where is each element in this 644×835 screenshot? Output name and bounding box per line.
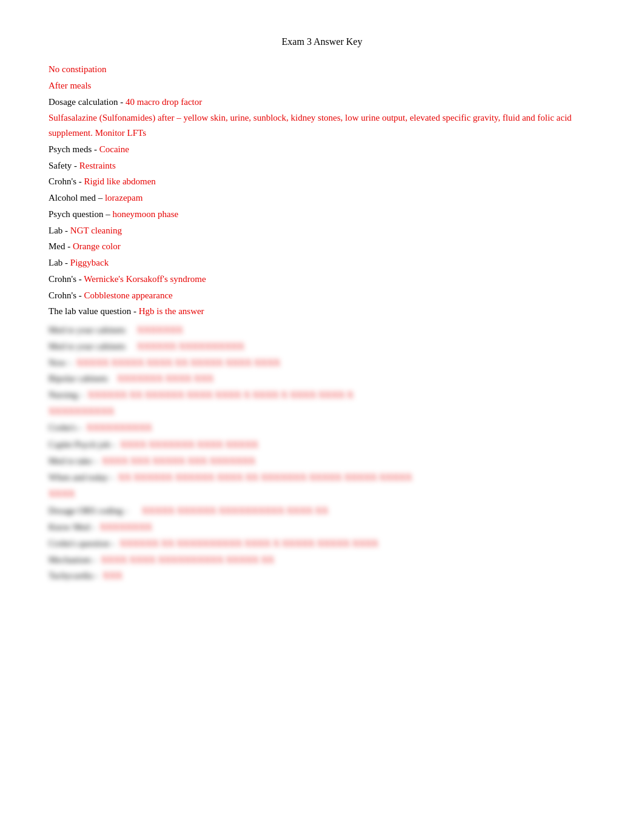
blurred-item: Tachycardia - XXX [49,568,595,583]
blurred-black-text: Bipolar cabinets [49,374,117,383]
list-item: Lab - Piggyback [49,255,595,270]
list-item: Psych meds - Cocaine [49,142,595,157]
blurred-red-text: XXXX XXXXXXX XXXX XXXXX [120,440,258,449]
item-black-text: Crohn's - [49,274,84,284]
list-item: Alcohol med – lorazepam [49,190,595,206]
list-item: Dosage calculation - 40 macro drop facto… [49,95,595,110]
item-black-text: Lab - [49,226,70,235]
list-item: Psych question – honeymoon phase [49,207,595,222]
answer-list: No constipation After meals Dosage calcu… [49,62,595,583]
blurred-item: Mechanism - XXXX XXXX XXXXXXXXXX XXXXX X… [49,552,595,568]
blurred-item: Med to your cabinets XXXXXXX [49,323,595,338]
blurred-red-text: XXXXXXXX [99,522,152,532]
item-black-text: Psych meds - [49,144,99,154]
item-text: No constipation [49,64,106,74]
blurred-black-text: Med to take - [49,456,102,466]
blurred-item: Caplet Psych job - XXXX XXXXXXX XXXX XXX… [49,437,595,452]
item-red-text: NGT cleaning [70,226,122,235]
item-black-text: Med - [49,241,73,251]
item-red-text: lorazepam [105,193,143,203]
list-item: After meals [49,78,595,93]
blurred-black-text: Crohn's question - [49,538,119,548]
blurred-red-text: XXXXXXX [137,325,183,335]
blurred-black-text: Med to your cabinets [49,325,137,335]
item-red-text: honeymoon phase [112,209,178,219]
item-red-text: Hgb is the answer [139,306,204,316]
blurred-red-text: XXXXXX XX XXXXXX XXXX XXXX X XXXX X XXXX… [88,390,354,400]
blurred-black-text: Dosage ORS coding - [49,506,142,515]
list-item: Sulfasalazine (Sulfonamides) after – yel… [49,110,595,141]
blurred-item: Bipolar cabinets XXXXXXX XXXX XXX [49,371,595,386]
blurred-red-text: XXXX XXX XXXXX XXX XXXXXXX [102,456,255,466]
page-title: Exam 3 Answer Key [49,36,595,47]
blurred-item: Know Med - XXXXXXXX [49,520,595,535]
blurred-item: Dosage ORS coding - XXXXX XXXXXX XXXXXXX… [49,503,595,518]
blurred-item: Med to take - XXXX XXX XXXXX XXX XXXXXXX [49,454,595,469]
item-red-text: Wernicke's Korsakoff's syndrome [84,274,206,284]
blurred-black-text: Nursing - [49,390,88,400]
blurred-red-text: XXXXX XXXXX XXXX XX XXXXX XXXX XXXX [76,358,280,367]
item-black-text: Safety - [49,161,79,170]
item-black-text: Dosage calculation - [49,97,126,107]
blurred-black-text: Now - [49,358,76,367]
blurred-black-text: When and today - [49,472,118,482]
blurred-item: XXXXXXXXXX [49,404,595,419]
item-black-text: Psych question – [49,209,112,219]
blurred-item: Crohn's - XXXXXXXXXX [49,420,595,435]
item-text: Sulfasalazine (Sulfonamides) after – yel… [49,113,572,138]
blurred-black-text: Know Med - [49,522,99,532]
item-text: After meals [49,81,91,90]
blurred-black-text: Mechanism - [49,555,101,565]
blurred-red-text: XXX [102,571,122,580]
blurred-black-text: Crohn's - [49,423,86,432]
item-black-text: Crohn's - [49,176,84,186]
item-red-text: Orange color [73,241,121,251]
blurred-red-text: XXXX [49,489,75,498]
list-item: Safety - Restraints [49,158,595,173]
blurred-red-text: XXXXXXX XXXX XXX [117,374,213,383]
blurred-red-text: XXXXXXXXXX [49,406,114,416]
item-black-text: Lab - [49,258,70,267]
blurred-item: Now - XXXXX XXXXX XXXX XX XXXXX XXXX XXX… [49,355,595,371]
blurred-item: Med to your cabinets XXXXXX XXXXXXXXXX [49,339,595,354]
blurred-item: Nursing - XXXXXX XX XXXXXX XXXX XXXX X X… [49,387,595,403]
blurred-item: Crohn's question - XXXXXX XX XXXXXXXXXX … [49,536,595,551]
item-red-text: Cocaine [99,144,129,154]
blurred-black-text: Med to your cabinets [49,341,137,351]
blurred-black-text: Tachycardia - [49,571,102,580]
list-item: No constipation [49,62,595,77]
list-item: Med - Orange color [49,239,595,254]
item-red-text: Piggyback [70,258,109,267]
blurred-item: XXXX [49,486,595,501]
item-red-text: Rigid like abdomen [84,176,156,186]
blurred-red-text: XX XXXXXX XXXXXX XXXX XX XXXXXXX XXXXX X… [118,472,412,482]
list-item: Crohn's - Wernicke's Korsakoff's syndrom… [49,272,595,287]
blurred-red-text: XXXXXX XXXXXXXXXX [137,341,244,351]
blurred-red-text: XXXXXXXXXX [86,423,152,432]
list-item: Crohn's - Cobblestone appearance [49,288,595,303]
item-black-text: The lab value question - [49,306,139,316]
blurred-red-text: XXXX XXXX XXXXXXXXXX XXXXX XX [101,555,274,565]
list-item: Lab - NGT cleaning [49,223,595,238]
blurred-red-text: XXXXX XXXXXX XXXXXXXXXX XXXX XX [142,506,328,515]
list-item: Crohn's - Rigid like abdomen [49,174,595,189]
blurred-item: When and today - XX XXXXXX XXXXXX XXXX X… [49,470,595,485]
item-black-text: Crohn's - [49,290,84,300]
blurred-red-text: XXXXXX XX XXXXXXXXXX XXXX X XXXXX XXXXX … [119,538,378,548]
item-red-text: Cobblestone appearance [84,290,173,300]
item-red-text: 40 macro drop factor [126,97,202,107]
blurred-black-text: Caplet Psych job - [49,440,120,449]
item-red-text: Restraints [79,161,116,170]
list-item: The lab value question - Hgb is the answ… [49,304,595,319]
item-black-text: Alcohol med – [49,193,105,203]
